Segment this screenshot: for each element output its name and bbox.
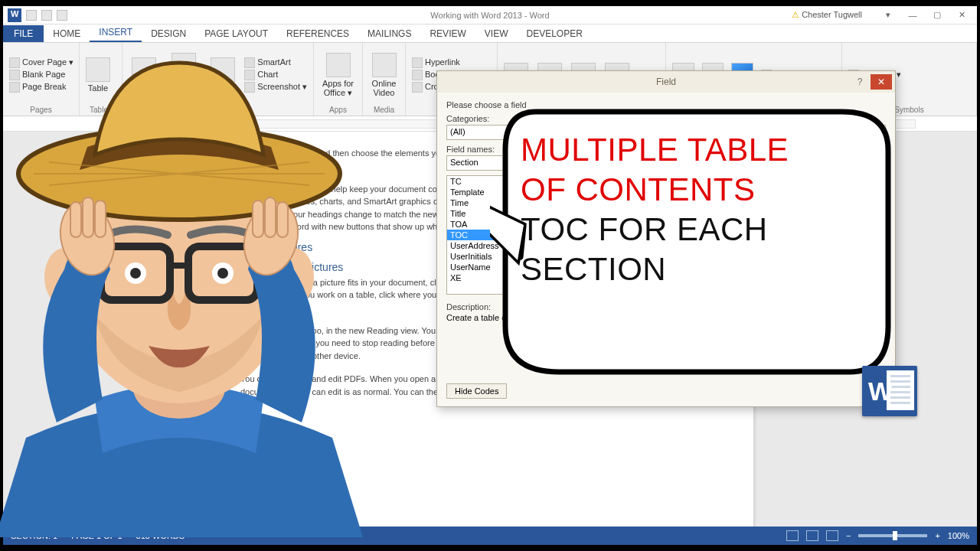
tab-review[interactable]: REVIEW bbox=[420, 25, 475, 42]
view-web-icon[interactable] bbox=[826, 530, 838, 541]
bubble-line1: MULTIPLE TABLE bbox=[521, 130, 876, 170]
quick-access-toolbar[interactable] bbox=[26, 10, 67, 21]
view-print-icon[interactable] bbox=[806, 530, 818, 541]
svg-rect-17 bbox=[253, 201, 263, 237]
svg-rect-18 bbox=[265, 197, 276, 237]
zoom-slider[interactable] bbox=[858, 534, 927, 537]
cartoon-avatar bbox=[0, 40, 378, 537]
dialog-titlebar[interactable]: Field ? ✕ bbox=[437, 71, 895, 93]
svg-rect-15 bbox=[83, 197, 93, 237]
dialog-help-button[interactable]: ? bbox=[851, 74, 869, 90]
close-button[interactable]: ✕ bbox=[951, 8, 972, 22]
bubble-line4: SECTION bbox=[521, 249, 876, 289]
svg-point-9 bbox=[130, 268, 141, 279]
tab-developer[interactable]: DEVELOPER bbox=[517, 25, 591, 42]
svg-rect-14 bbox=[70, 202, 81, 237]
speech-bubble: MULTIPLE TABLE OF CONTENTS TOC FOR EACH … bbox=[490, 96, 902, 389]
bookmark-icon bbox=[412, 70, 423, 80]
bubble-line2: OF CONTENTS bbox=[521, 170, 876, 210]
bubble-line3: TOC FOR EACH bbox=[521, 210, 876, 249]
word-app-icon bbox=[8, 8, 21, 22]
window-title: Working with Word 2013 - Word bbox=[430, 11, 549, 20]
view-read-icon[interactable] bbox=[786, 530, 799, 541]
save-icon[interactable] bbox=[26, 10, 37, 21]
zoom-out-button[interactable]: − bbox=[846, 531, 851, 540]
minimize-button[interactable]: — bbox=[902, 8, 923, 22]
zoom-level[interactable]: 100% bbox=[948, 531, 969, 540]
undo-icon[interactable] bbox=[41, 10, 52, 21]
cross-ref-icon bbox=[412, 82, 423, 93]
maximize-button[interactable]: ▢ bbox=[926, 8, 948, 22]
svg-point-10 bbox=[217, 268, 228, 279]
titlebar: Working with Word 2013 - Word Chester Tu… bbox=[3, 6, 977, 24]
hyperlink-button[interactable]: Hyperlink bbox=[412, 57, 485, 68]
tab-view[interactable]: VIEW bbox=[475, 25, 518, 42]
hyperlink-icon bbox=[412, 57, 423, 68]
zoom-in-button[interactable]: + bbox=[935, 531, 939, 540]
word-logo-badge: W bbox=[862, 366, 917, 416]
account-user[interactable]: Chester Tugwell bbox=[792, 10, 862, 20]
svg-rect-16 bbox=[95, 201, 106, 237]
ribbon-options-icon[interactable]: ▾ bbox=[877, 8, 899, 22]
svg-rect-19 bbox=[277, 202, 288, 237]
dialog-close-button[interactable]: ✕ bbox=[871, 74, 892, 90]
dialog-title: Field bbox=[656, 77, 676, 87]
redo-icon[interactable] bbox=[57, 10, 67, 21]
